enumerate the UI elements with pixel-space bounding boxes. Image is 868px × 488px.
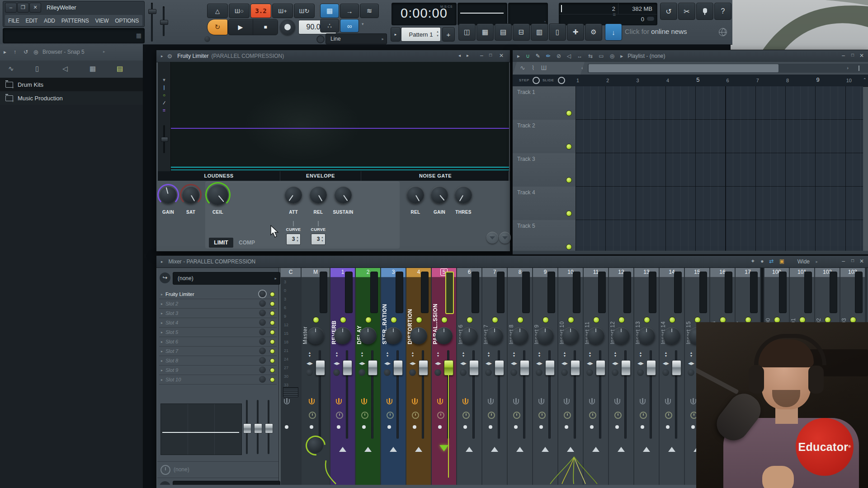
stereo-knob[interactable] xyxy=(333,369,340,376)
latency-icon[interactable] xyxy=(336,412,343,419)
time-display[interactable]: 0:00:00 M:S:CS xyxy=(392,3,457,25)
menu-arrow-icon[interactable]: ▸ xyxy=(517,53,520,59)
slot-mix-knob[interactable] xyxy=(259,338,266,345)
channel-enable-led[interactable] xyxy=(593,317,599,323)
volume-fader[interactable] xyxy=(621,360,631,375)
playlist-bottom-scrollbar[interactable] xyxy=(513,251,868,254)
gain-knob[interactable] xyxy=(431,186,448,203)
sat-knob[interactable] xyxy=(182,186,199,203)
pan-knob[interactable] xyxy=(307,327,324,344)
automation-mode-icon[interactable]: ∿ xyxy=(520,64,525,71)
arm-recording-icon[interactable] xyxy=(412,398,418,405)
stereo-knob[interactable] xyxy=(306,369,313,376)
stereo-knob[interactable] xyxy=(662,369,669,376)
pan-arrows[interactable]: ◀▶ xyxy=(357,361,367,366)
track-enable-led[interactable] xyxy=(566,144,572,150)
limiter-waveform-display[interactable] xyxy=(170,62,509,171)
tab-piano-icon[interactable]: ▤ xyxy=(117,65,123,73)
menu-view[interactable]: VIEW xyxy=(95,15,108,26)
scroll-left-icon[interactable]: ‹ xyxy=(581,65,583,70)
pan-knob[interactable] xyxy=(385,327,402,344)
pan-arrows[interactable]: ◀▶ xyxy=(686,361,696,366)
typing-to-piano-icon[interactable]: ≋ xyxy=(360,4,379,18)
stereo-knob[interactable] xyxy=(561,369,568,376)
mixer-toggle-icon[interactable]: ▥ xyxy=(531,23,548,41)
stereo-sep-arrows[interactable]: ▲▼ xyxy=(358,351,366,357)
slot-arrow-icon[interactable]: ▸ xyxy=(161,311,163,315)
time-icon[interactable] xyxy=(160,465,170,475)
route-to-icon[interactable] xyxy=(567,447,574,452)
arm-recording-icon[interactable] xyxy=(589,398,595,405)
playlist-scroll-thumb[interactable] xyxy=(589,64,778,72)
track-header-1[interactable]: Track 1 xyxy=(513,86,576,120)
latency-icon[interactable] xyxy=(309,412,316,419)
slip-icon[interactable]: ⇆ xyxy=(588,53,593,59)
slot-enable-led[interactable] xyxy=(270,301,275,306)
stereo-knob[interactable] xyxy=(586,369,593,376)
pan-knob[interactable] xyxy=(435,327,453,344)
playlist-grid[interactable] xyxy=(576,86,863,253)
slot-mix-knob[interactable] xyxy=(259,310,266,316)
channel-enable-led[interactable] xyxy=(644,317,650,323)
latency-icon[interactable] xyxy=(564,412,571,419)
cpu-memory-panel[interactable]: 2 382 MB ≣ 0 xyxy=(559,3,657,25)
route-to-icon[interactable] xyxy=(516,447,524,452)
tab-all-icon[interactable]: ∿ xyxy=(8,65,14,73)
pan-knob[interactable] xyxy=(638,327,655,344)
follow-playback-icon[interactable]: → xyxy=(340,4,359,18)
stereo-sep-arrows[interactable]: ▲▼ xyxy=(510,351,518,357)
playlist-zoom-box[interactable] xyxy=(853,64,865,73)
latency-icon[interactable] xyxy=(640,412,647,419)
mixer-channel-C[interactable]: C303691215182124273033 xyxy=(281,268,301,485)
stereo-knob[interactable] xyxy=(510,369,517,376)
stereo-knob[interactable] xyxy=(384,369,391,376)
pan-arrows[interactable]: ◀▶ xyxy=(661,361,671,366)
arm-recording-icon[interactable] xyxy=(640,398,646,405)
route-from-icon[interactable] xyxy=(439,445,448,451)
channel-enable-led[interactable] xyxy=(669,317,675,323)
channel-enable-led[interactable] xyxy=(313,317,319,323)
volume-fader[interactable] xyxy=(444,360,453,375)
slot-arrow-icon[interactable]: ▸ xyxy=(161,378,163,382)
volume-fader[interactable] xyxy=(646,360,656,375)
slot-mix-knob[interactable] xyxy=(259,347,266,354)
detach-icon[interactable]: ✦ xyxy=(750,258,755,264)
browser-item-music-production[interactable]: Music Production xyxy=(0,91,143,105)
mixer-channel-4[interactable]: 4DISTORTION▲▼◀▶ xyxy=(406,268,431,485)
stereo-knob[interactable] xyxy=(612,369,618,376)
tab-comp[interactable]: COMP xyxy=(235,238,259,248)
mixer-channel-10[interactable]: 10Insert 10▲▼◀▶ xyxy=(558,268,583,485)
mute-led[interactable] xyxy=(691,425,695,429)
channel-enable-led[interactable] xyxy=(340,317,346,323)
channel-number[interactable]: C xyxy=(281,268,301,277)
volume-fader[interactable] xyxy=(520,360,529,375)
mixer-channel-3[interactable]: 3STER..RATION▲▼◀▶ xyxy=(381,268,406,485)
stereo-sep-arrows[interactable]: ▲▼ xyxy=(383,351,392,357)
volume-fader[interactable] xyxy=(571,360,580,375)
help-icon[interactable]: ? xyxy=(714,3,731,20)
mute-led[interactable] xyxy=(387,425,391,429)
mute-led[interactable] xyxy=(463,425,467,429)
route-to-icon[interactable] xyxy=(542,447,549,452)
rel-curve-stepper[interactable]: 3▲▼ xyxy=(311,234,326,245)
playlist-toggle-icon[interactable]: ◫ xyxy=(458,23,476,41)
slot-enable-led[interactable] xyxy=(270,330,275,335)
volume-fader[interactable] xyxy=(672,360,681,375)
thres-knob[interactable] xyxy=(455,186,472,203)
latency-icon[interactable] xyxy=(589,412,596,419)
latency-icon[interactable] xyxy=(488,412,495,419)
slot-mix-knob[interactable] xyxy=(259,319,266,326)
collapse-icon[interactable]: ▸ xyxy=(4,49,6,55)
mixer-menu-arrow-icon[interactable]: ▸ xyxy=(161,259,163,264)
slot-arrow-icon[interactable]: ▸ xyxy=(161,340,163,344)
input-selector[interactable]: (none)▸ xyxy=(173,272,280,285)
stereo-sep-arrows[interactable]: ▲▼ xyxy=(611,351,619,357)
plugin-close-icon[interactable]: ✕ xyxy=(499,52,504,59)
menu-patterns[interactable]: PATTERNS xyxy=(61,15,89,26)
latency-icon[interactable] xyxy=(361,412,368,419)
mute-led[interactable] xyxy=(666,425,670,429)
pan-arrows[interactable]: ◀▶ xyxy=(560,361,570,366)
slot-enable-led[interactable] xyxy=(270,311,275,316)
channel-enable-led[interactable] xyxy=(492,317,498,323)
bar-number-3[interactable]: 3 xyxy=(637,78,639,83)
